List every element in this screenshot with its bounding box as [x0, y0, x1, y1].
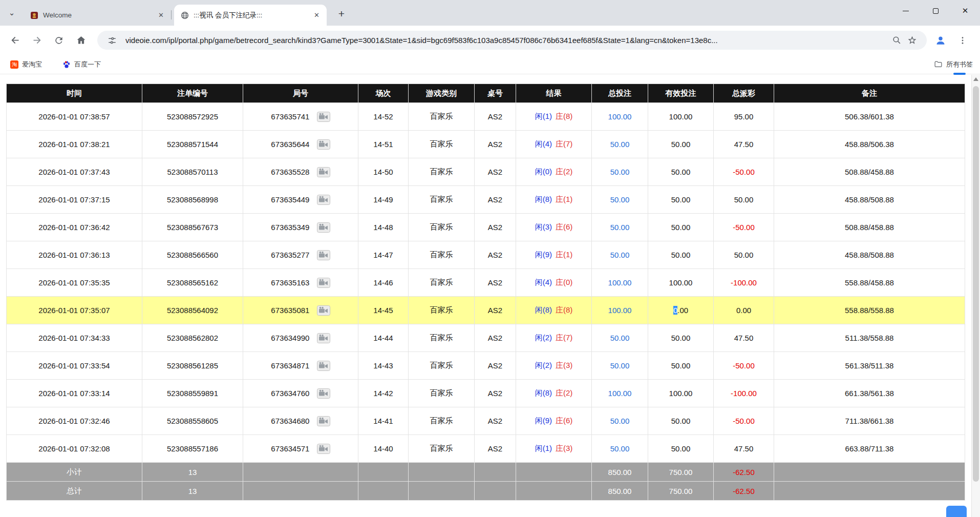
cell-total-bet[interactable]: 50.00: [592, 241, 648, 269]
maximize-button[interactable]: [921, 0, 950, 22]
cell-game-type: 百家乐: [409, 241, 475, 269]
cell-total-bet[interactable]: 100.00: [592, 297, 648, 324]
close-icon[interactable]: ✕: [156, 10, 166, 20]
table-row: 2026-01-01 07:38:57 523088572925 6736357…: [7, 103, 965, 131]
table-row: 2026-01-01 07:34:33 523088562802 6736349…: [7, 324, 965, 352]
result-player: 闲(1): [535, 444, 552, 452]
cell-total-bet[interactable]: 50.00: [592, 214, 648, 241]
round-number: 673635449: [271, 195, 309, 204]
result-banker: 庄(1): [556, 195, 572, 203]
menu-kebab-icon[interactable]: [953, 31, 972, 50]
video-replay-icon[interactable]: [317, 195, 330, 205]
cell-order-no: 523088558605: [142, 407, 243, 435]
scrollbar-thumb[interactable]: [973, 86, 979, 482]
header-total-bet: 总投注: [592, 84, 648, 103]
round-number: 673634760: [271, 389, 309, 398]
cell-remark: 663.88/711.38: [774, 435, 965, 463]
refresh-button[interactable]: [49, 31, 69, 50]
close-icon[interactable]: ✕: [312, 10, 322, 20]
cell-round-no: 673634990: [243, 324, 358, 352]
tab-bet-record[interactable]: :::视讯 会员下注纪录::: ✕: [174, 5, 327, 26]
video-replay-icon[interactable]: [317, 167, 330, 177]
scroll-up-arrow-icon[interactable]: [973, 77, 978, 81]
cell-payout: 47.50: [714, 435, 774, 463]
bookmark-taobao[interactable]: 淘 爱淘宝: [7, 58, 45, 71]
video-replay-icon[interactable]: [317, 416, 330, 426]
cell-total-bet[interactable]: 50.00: [592, 131, 648, 158]
table-row: 2026-01-01 07:37:43 523088570113 6736355…: [7, 158, 965, 186]
video-replay-icon[interactable]: [317, 250, 330, 260]
video-replay-icon[interactable]: [317, 305, 330, 316]
cell-total-bet[interactable]: 50.00: [592, 435, 648, 463]
bookmark-star-icon[interactable]: [904, 33, 920, 48]
cell-time: 2026-01-01 07:38:57: [7, 103, 142, 131]
header-remark: 备注: [774, 84, 965, 103]
url-text[interactable]: videoie.com/ipl/portal.php/game/betrecor…: [125, 36, 889, 45]
chevron-down-icon[interactable]: ⌄: [5, 6, 18, 19]
cell-valid-bet: 50.00: [648, 435, 714, 463]
cell-session: 14-45: [358, 297, 409, 324]
cell-total-bet[interactable]: 100.00: [592, 103, 648, 131]
video-replay-icon[interactable]: [317, 278, 330, 288]
welcome-favicon: [30, 11, 38, 19]
total-row: 总计 13 850.00 750.00 -62.50: [7, 482, 965, 501]
cell-total-bet[interactable]: 50.00: [592, 186, 648, 214]
cell-total-bet[interactable]: 50.00: [592, 158, 648, 186]
cell-total-bet[interactable]: 50.00: [592, 352, 648, 380]
round-number: 673635528: [271, 168, 309, 176]
video-replay-icon[interactable]: [317, 388, 330, 399]
cell-session: 14-43: [358, 352, 409, 380]
video-replay-icon[interactable]: [317, 361, 330, 371]
cell-table-no: AS2: [475, 407, 516, 435]
video-replay-icon[interactable]: [317, 444, 330, 454]
result-player: 闲(0): [535, 167, 552, 176]
cell-total-bet[interactable]: 50.00: [592, 324, 648, 352]
header-order-no: 注单编号: [142, 84, 243, 103]
cell-valid-bet: 100.00: [648, 380, 714, 407]
cell-total-bet[interactable]: 100.00: [592, 380, 648, 407]
site-settings-icon[interactable]: [104, 33, 120, 48]
forward-button[interactable]: [27, 31, 47, 50]
video-replay-icon[interactable]: [317, 222, 330, 233]
back-button[interactable]: [5, 31, 25, 50]
header-game-type: 游戏类别: [409, 84, 475, 103]
close-window-button[interactable]: ✕: [950, 0, 980, 22]
subtotal-total-bet: 850.00: [592, 463, 648, 482]
round-number: 673634571: [271, 444, 309, 453]
tab-welcome[interactable]: Welcome ✕: [24, 5, 171, 26]
cell-payout: 50.00: [714, 241, 774, 269]
zoom-icon[interactable]: [889, 33, 904, 48]
cell-time: 2026-01-01 07:32:08: [7, 435, 142, 463]
address-bar[interactable]: videoie.com/ipl/portal.php/game/betrecor…: [97, 31, 927, 50]
tab-title: Welcome: [43, 11, 152, 19]
cell-game-type: 百家乐: [409, 158, 475, 186]
video-replay-icon[interactable]: [317, 112, 330, 122]
cell-remark: 508.88/458.88: [774, 158, 965, 186]
round-number: 673635644: [271, 140, 309, 149]
cell-total-bet[interactable]: 100.00: [592, 269, 648, 297]
cell-table-no: AS2: [475, 186, 516, 214]
cell-remark: 558.88/458.88: [774, 269, 965, 297]
table-row: 2026-01-01 07:32:08 523088557186 6736345…: [7, 435, 965, 463]
bookmark-baidu[interactable]: 百度一下: [59, 58, 104, 71]
cell-total-bet[interactable]: 50.00: [592, 407, 648, 435]
scrollbar[interactable]: [971, 75, 980, 517]
home-button[interactable]: [71, 31, 91, 50]
cell-valid-bet: 50.00: [648, 324, 714, 352]
cell-round-no: 673634571: [243, 435, 358, 463]
bookmark-label: 爱淘宝: [22, 60, 42, 69]
cell-valid-bet: 50.00: [648, 407, 714, 435]
video-replay-icon[interactable]: [317, 333, 330, 343]
new-tab-button[interactable]: +: [334, 6, 349, 22]
floating-blue-button[interactable]: [946, 506, 967, 517]
table-row: 2026-01-01 07:37:15 523088568998 6736354…: [7, 186, 965, 214]
result-banker: 庄(3): [556, 444, 572, 452]
video-replay-icon[interactable]: [317, 139, 330, 150]
home-icon: [76, 35, 87, 46]
table-row: 2026-01-01 07:36:13 523088566560 6736352…: [7, 241, 965, 269]
cell-time: 2026-01-01 07:33:14: [7, 380, 142, 407]
all-bookmarks-button[interactable]: 所有书签: [934, 55, 973, 74]
profile-button[interactable]: [931, 31, 950, 50]
cell-game-type: 百家乐: [409, 297, 475, 324]
minimize-button[interactable]: [891, 0, 921, 22]
